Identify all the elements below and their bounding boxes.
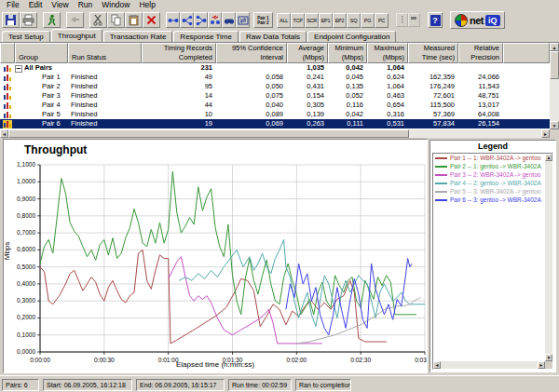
save-button[interactable] bbox=[2, 12, 20, 28]
table-row-pair-3[interactable]: Pair 3 Finished 14 0,075 0,154 0,052 0,4… bbox=[0, 91, 550, 101]
menu-edit[interactable]: Edit bbox=[24, 0, 48, 10]
cut-button[interactable] bbox=[89, 12, 107, 28]
legend-entry-pair-5[interactable]: Pair 5 -- 3: WBR-3402A -> gentoo bbox=[433, 187, 552, 196]
legend-list: Pair 1 -- 1: WBR-3402A -> gentoo Pair 2 … bbox=[432, 153, 553, 370]
table-row-all-pairs[interactable]: −All Pairs 231 1,035 0,042 1,064 bbox=[0, 63, 550, 73]
filter-ep1-button[interactable]: EP1 bbox=[319, 13, 333, 28]
legend-entry-pair-6[interactable]: Pair 6 -- 3: gentoo -> WBR-3402A bbox=[433, 196, 552, 204]
filter-pc-button[interactable]: PC bbox=[375, 13, 389, 28]
tab-throughput[interactable]: Throughput bbox=[51, 29, 102, 42]
table-row-pair-4[interactable]: Pair 4 Finished 44 0,040 0,305 0,116 0,6… bbox=[0, 101, 550, 110]
legend-entry-label: Pair 2 -- 1: gentoo -> WBR-3402A bbox=[450, 163, 541, 169]
filter-sq-button[interactable]: SQ bbox=[347, 13, 361, 28]
filter-all-button[interactable]: ALL bbox=[277, 13, 291, 28]
header-timing-records[interactable]: Timing Records Completed bbox=[142, 43, 216, 63]
filter-ep2-button[interactable]: EP2 bbox=[333, 13, 347, 28]
netiq-logo-iq: iQ bbox=[485, 15, 500, 26]
copy-button[interactable] bbox=[107, 12, 125, 28]
table-vertical-scrollbar[interactable]: ▲ ▼ bbox=[550, 43, 559, 129]
legend-entry-pair-4[interactable]: Pair 4 -- 2: gentoo -> WBR-3402A bbox=[433, 179, 552, 187]
status-end-time: End: 06.09.2005, 16:15:17 bbox=[136, 379, 225, 391]
scroll-left-button[interactable]: ◄ bbox=[433, 361, 441, 369]
scroll-thumb[interactable] bbox=[550, 51, 559, 79]
max-value: 0,531 bbox=[367, 119, 408, 128]
menu-help[interactable]: Help bbox=[134, 0, 159, 10]
scroll-up-button[interactable]: ▲ bbox=[545, 154, 552, 161]
help-button[interactable]: ? bbox=[428, 12, 443, 28]
svg-text:0,7000: 0,7000 bbox=[17, 229, 35, 236]
filter-tcp-button[interactable]: TCP bbox=[291, 13, 305, 28]
row-options-button[interactable] bbox=[408, 13, 420, 27]
tab-raw-data-totals[interactable]: Raw Data Totals bbox=[239, 31, 307, 42]
expand-collapse-box[interactable]: − bbox=[15, 65, 22, 73]
run-test-button[interactable] bbox=[43, 12, 61, 28]
header-group[interactable]: Group bbox=[15, 43, 68, 63]
filter-scr-button[interactable]: SCR bbox=[305, 13, 319, 28]
header-confidence[interactable]: 95% Confidence Interval bbox=[216, 43, 287, 63]
header-measured-time[interactable]: Measured Time (sec) bbox=[408, 43, 458, 63]
scroll-right-button[interactable]: ► bbox=[538, 361, 545, 369]
multicast-fanout-icon bbox=[182, 15, 193, 26]
header-maximum[interactable]: Maximum (Mbps) bbox=[367, 43, 408, 63]
avg-value: 0,139 bbox=[287, 110, 328, 119]
group-label: Pair 5 bbox=[42, 110, 61, 118]
tab-response-time[interactable]: Response Time bbox=[173, 31, 239, 42]
precision-value bbox=[458, 63, 503, 73]
menu-run[interactable]: Run bbox=[74, 0, 98, 10]
legend-horizontal-scrollbar[interactable]: ◄ ► bbox=[433, 361, 545, 369]
group-label: Pair 1 bbox=[42, 73, 61, 81]
filter-pg-button[interactable]: PG bbox=[361, 13, 375, 28]
tab-test-setup[interactable]: Test Setup bbox=[2, 31, 50, 42]
tab-endpoint-configuration[interactable]: Endpoint Configuration bbox=[307, 31, 396, 42]
edit-pair-button[interactable] bbox=[208, 12, 222, 28]
table-horizontal-scrollbar[interactable]: ◄ ► bbox=[0, 129, 550, 138]
header-icon-spacer bbox=[0, 43, 15, 63]
header-relative-precision[interactable]: Relative Precision bbox=[458, 43, 503, 63]
table-row-pair-2[interactable]: Pair 2 Finished 95 0,050 0,431 0,135 1,0… bbox=[0, 82, 550, 91]
scroll-down-button[interactable]: ▼ bbox=[550, 121, 559, 129]
header-run-status[interactable]: Run Status bbox=[68, 43, 142, 63]
paste-button[interactable] bbox=[125, 12, 143, 28]
group-label: Pair 4 bbox=[42, 101, 61, 109]
menu-file[interactable]: File bbox=[2, 0, 24, 10]
clipboard-icon bbox=[128, 14, 140, 26]
throughput-line-chart: 1,10001,00000,90000,80000,70000,60000,50… bbox=[4, 140, 427, 372]
throughput-chart-panel: Throughput Mbps 1,10001,00000,90000,8000… bbox=[3, 139, 428, 373]
header-average[interactable]: Average (Mbps) bbox=[287, 43, 328, 63]
delete-button[interactable] bbox=[143, 12, 160, 28]
print-button[interactable] bbox=[20, 12, 37, 28]
confidence-value: 0,058 bbox=[216, 73, 287, 82]
swap-endpoints-button[interactable] bbox=[236, 12, 250, 28]
table-row-pair-1[interactable]: Pair 1 Finished 49 0,058 0,241 0,045 0,6… bbox=[0, 73, 550, 82]
find-pair-button[interactable] bbox=[222, 12, 236, 28]
table-row-pair-6[interactable]: Pair 6 Finished 19 0,069 0,263 0,111 0,5… bbox=[0, 119, 550, 128]
pair-visibility-button[interactable]: Pair 1 Pair 2 bbox=[253, 12, 273, 28]
column-options-button[interactable] bbox=[396, 13, 408, 27]
menu-window[interactable]: Window bbox=[97, 0, 134, 10]
status-run-time: Run time: 00:02:59 bbox=[228, 379, 292, 391]
legend-entry-pair-2[interactable]: Pair 2 -- 1: gentoo -> WBR-3402A bbox=[433, 162, 552, 170]
add-pair-button[interactable] bbox=[166, 12, 180, 28]
records-value: 10 bbox=[142, 110, 216, 119]
add-multicast-group-button[interactable] bbox=[180, 12, 194, 28]
scroll-down-button[interactable]: ▼ bbox=[545, 354, 552, 361]
records-value: 14 bbox=[142, 91, 216, 101]
avg-value: 0,431 bbox=[287, 82, 328, 91]
scroll-left-button[interactable]: ◄ bbox=[0, 129, 8, 138]
confidence-value: 0,089 bbox=[216, 110, 287, 119]
add-endpoint-pair-button[interactable] bbox=[194, 12, 208, 28]
header-minimum[interactable]: Minimum (Mbps) bbox=[328, 43, 367, 63]
scroll-up-button[interactable]: ▲ bbox=[550, 43, 559, 51]
legend-entry-pair-3[interactable]: Pair 3 -- 2: WBR-3402A -> gentoo bbox=[433, 170, 552, 179]
table-header: Group Run Status Timing Records Complete… bbox=[0, 43, 550, 63]
max-value: 0,316 bbox=[367, 110, 408, 119]
scroll-right-button[interactable]: ► bbox=[541, 129, 550, 138]
pair-chart-icon bbox=[0, 63, 15, 73]
legend-vertical-scrollbar[interactable]: ▲ ▼ bbox=[545, 154, 552, 361]
table-row-pair-5[interactable]: Pair 5 Finished 10 0,089 0,139 0,042 0,3… bbox=[0, 110, 550, 119]
tab-transaction-rate[interactable]: Transaction Rate bbox=[103, 31, 173, 42]
scroll-thumb[interactable] bbox=[8, 129, 409, 138]
legend-entry-pair-1[interactable]: Pair 1 -- 1: WBR-3402A -> gentoo bbox=[433, 154, 552, 162]
menu-view[interactable]: View bbox=[47, 0, 73, 10]
records-value: 44 bbox=[142, 101, 216, 110]
